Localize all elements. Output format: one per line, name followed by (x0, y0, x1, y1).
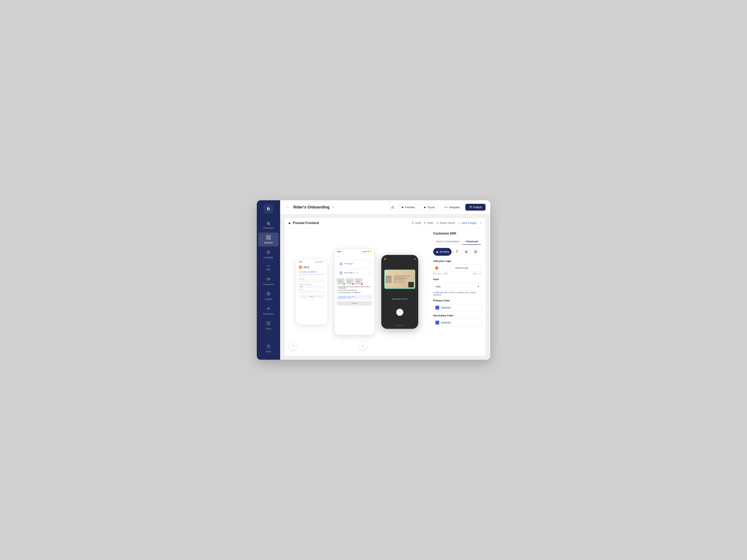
phone-screen-2: 9:41 ▲▲▲ 📶 🔋 ← (334, 249, 375, 335)
logo-section-title: Add your Logo (433, 260, 482, 263)
sidebar-item-apis[interactable]: </> APIs (258, 262, 279, 273)
camera-flash-icon: ⚡ (384, 258, 387, 260)
doc-icon-back (339, 271, 343, 275)
preview-button[interactable]: ▶ Preview (398, 204, 418, 211)
powered-by-1: Powered By Bureau (299, 299, 325, 300)
preview-title: Preview Frontend (293, 221, 319, 225)
main-content: ‹ Rider's Onboarding ✎ ▶ Preview ▶ Tr (280, 200, 490, 360)
sidebar-item-insights[interactable]: Insights (258, 289, 279, 303)
camera-capture-button[interactable] (396, 309, 403, 316)
logo-meta: Max Size - 4 MB Ratio - 1:1 (433, 273, 482, 275)
signup-button: Sign Up (299, 295, 325, 298)
logo-preview: O (433, 264, 440, 271)
font-section: Font Inter ▾ or Add the URL of font to u… (433, 278, 482, 296)
svg-point-17 (340, 281, 341, 282)
icon-tab-layout[interactable] (472, 248, 480, 256)
continue-button: Continue (337, 301, 372, 305)
svg-point-19 (358, 281, 359, 282)
tryout-icon: ▶ (424, 206, 426, 209)
status-bar-1: 9:41 ▲▲▲ 📶 🔋 (296, 259, 327, 264)
status-bar-2: 9:41 ▲▲▲ 📶 🔋 (334, 249, 375, 254)
tryout-button[interactable]: ▶ Tryout (420, 204, 438, 211)
icon-tab-branding[interactable]: Branding (433, 248, 452, 256)
phone-screens: 9:41 ▲▲▲ 📶 🔋 O OLA (285, 228, 429, 356)
sidebar-item-dashboard[interactable]: ⊞ Dashboard (258, 218, 279, 232)
sidebar-item-faqs[interactable]: FAQs (258, 342, 279, 355)
full-name-label: Full Name (299, 278, 325, 279)
redo-button[interactable]: ↻ Redo (424, 221, 433, 224)
primary-color-field[interactable]: #4462EC (433, 304, 482, 311)
apis-icon: </> (267, 265, 270, 267)
upload-logo-button[interactable]: Upload Logo (442, 264, 482, 271)
customize-sdk-panel: Customize SDK Quick Customisation Advanc… (429, 228, 486, 356)
dashboard-icon: ⊞ (267, 221, 270, 225)
phone-content-1: O OLA Let's get you started! Fill in the… (296, 264, 327, 302)
nav-prev-button[interactable]: ← (289, 342, 297, 350)
save-apply-button[interactable]: ✓ Save & Apply (458, 221, 476, 224)
svg-rect-21 (474, 250, 475, 251)
secondary-color-field[interactable]: #4462EC (433, 319, 482, 326)
check-item-1: ● Name/DOB/Id Card Number/Address should… (337, 286, 372, 289)
font-selector[interactable]: Inter ▾ (433, 283, 482, 290)
preview-actions: ↺ Undo ↻ Redo ↺ Reset Theme ✓ (412, 221, 482, 225)
secondary-color-title: Secondary Color (433, 314, 482, 317)
email-field: email@yourdomain.com (299, 291, 325, 293)
sidebar-item-capability[interactable]: Capability (258, 247, 279, 261)
sidebar-item-bulk-query[interactable]: Bulk Query (258, 304, 279, 318)
bulk-query-icon (266, 306, 271, 312)
chevron-down-icon: ▾ (478, 285, 479, 288)
nav-next-button[interactable]: → (358, 342, 367, 350)
primary-color-title: Primary Color (433, 299, 482, 302)
preview-icon: ▶ (402, 206, 404, 209)
doc-formats: Accepted Format - png, jpeg, jpg Maximum… (337, 295, 372, 300)
icon-tab-typography[interactable]: T (453, 248, 461, 256)
tab-advanced[interactable]: Advanced (463, 238, 481, 245)
phone-subtext-1: Fill in the following details to get sta… (299, 273, 325, 277)
doc-back-arrow: ← (337, 256, 372, 259)
logo-upload-row: O Upload Logo (433, 264, 482, 271)
icon-tabs: Branding T (433, 248, 482, 256)
thumb-status-err (352, 283, 354, 285)
integrate-icon: </> (444, 206, 448, 209)
demo-icon (266, 321, 271, 326)
doc-icon-front (339, 262, 343, 266)
camera-card-frame: 6426 7481 3279 (384, 269, 415, 289)
header: ‹ Rider's Onboarding ✎ ▶ Preview ▶ Tr (280, 200, 490, 214)
back-button[interactable]: ‹ (285, 204, 291, 210)
contact-row: 🇺🇸 (+1) 000-000-000 (299, 285, 325, 288)
app-logo[interactable]: B (264, 204, 273, 213)
undo-button[interactable]: ↺ Undo (412, 221, 421, 224)
format-line-2: Maximum Size - 3 MB (338, 297, 370, 298)
edit-icon[interactable]: ✎ (332, 206, 334, 209)
alert-button[interactable] (389, 204, 396, 211)
font-section-title: Font (433, 278, 482, 281)
camera-adjust-text: Adjust image in the frame (392, 298, 407, 300)
tab-quick-customisation[interactable]: Quick Customisation (433, 238, 463, 245)
transaction-icon (266, 277, 271, 282)
svg-rect-0 (266, 236, 268, 237)
secondary-color-value: #4462EC (441, 321, 451, 324)
publish-icon (469, 206, 472, 209)
integrate-button[interactable]: </> Integrate (440, 204, 463, 211)
icon-tab-color[interactable] (462, 248, 470, 256)
svg-rect-24 (476, 252, 477, 253)
status-icons-2: ▲▲▲ 📶 🔋 (362, 251, 372, 252)
faqs-icon (266, 344, 271, 349)
doc-arrow-front: › (369, 263, 370, 265)
header-right: ▶ Preview ▶ Tryout </> Integrate (389, 204, 486, 211)
close-button[interactable]: × (480, 221, 482, 225)
sidebar-item-transaction[interactable]: Transaction (258, 274, 279, 288)
secondary-color-swatch (435, 321, 439, 324)
preview-area: ▶ Preview Frontend ↺ Undo ↻ Redo (280, 214, 490, 360)
svg-point-14 (340, 264, 341, 264)
email-label: Email ID (299, 289, 325, 290)
sidebar-item-demo[interactable]: Demo (258, 319, 279, 332)
camera-powered-by: Powered By Bureau (394, 325, 405, 326)
add-url-link[interactable]: Add the URL (436, 291, 448, 294)
publish-button[interactable]: Publish (465, 204, 486, 211)
sidebar-item-workflow[interactable]: Workflow (258, 233, 279, 246)
ola-logo: O OLA (299, 265, 325, 269)
redo-icon: ↻ (424, 221, 426, 224)
undo-icon: ↺ (412, 221, 414, 224)
reset-theme-button[interactable]: ↺ Reset Theme (437, 221, 455, 224)
